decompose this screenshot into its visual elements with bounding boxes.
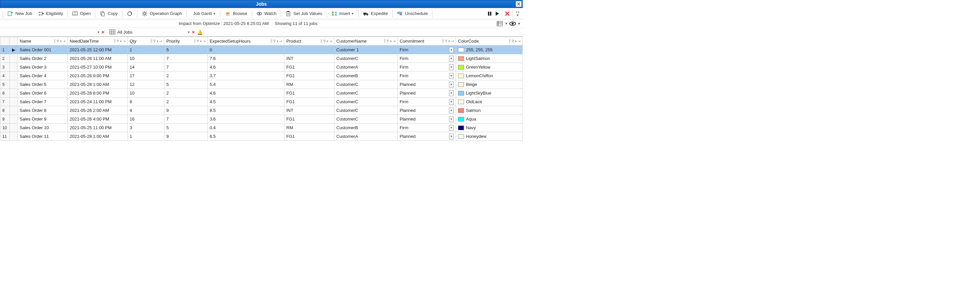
cell-expectedsetuphours[interactable]: 6.5	[208, 132, 284, 141]
cell-expectedsetuphours[interactable]: 5.4	[208, 80, 284, 89]
cell-qty[interactable]: 1	[128, 46, 164, 54]
cell-customername[interactable]: CustomerA	[334, 63, 398, 71]
cell-qty[interactable]: 10	[128, 89, 164, 98]
cell-customername[interactable]: Customer 1	[334, 46, 398, 54]
table-row[interactable]: 3Sales Order 32021-05-27 10:00 PM1474.6F…	[0, 63, 523, 71]
cell-commitment[interactable]: Planned▾	[398, 132, 456, 141]
cell-product[interactable]: INT	[284, 106, 334, 115]
cell-expectedsetuphours[interactable]: 3.6	[208, 115, 284, 123]
cell-needdatetime[interactable]: 2021-05-25 12:00 PM	[68, 46, 128, 54]
cell-customername[interactable]: CustomerC	[334, 54, 398, 63]
cell-product[interactable]: FG1	[284, 132, 334, 141]
cell-colorcode[interactable]: LemonChiffon	[456, 71, 523, 80]
cell-priority[interactable]: 9	[164, 132, 208, 141]
pause-button[interactable]	[486, 10, 493, 17]
clear-filter-icon[interactable]: ✕	[192, 30, 195, 35]
cell-qty[interactable]: 14	[128, 63, 164, 71]
cell-product[interactable]: FG1	[284, 63, 334, 71]
row-marker[interactable]	[10, 115, 18, 123]
insert-button[interactable]: Insert ▼	[329, 9, 357, 17]
cell-expectedsetuphours[interactable]: 4.5	[208, 98, 284, 106]
cell-commitment[interactable]: Firm▾	[398, 54, 456, 63]
cell-colorcode[interactable]: Honeydew	[456, 132, 523, 141]
browse-button[interactable]: Browse	[222, 9, 250, 17]
eligibility-button[interactable]: Eligibility	[36, 9, 66, 17]
row-marker[interactable]	[10, 63, 18, 71]
cell-name[interactable]: Sales Order 6	[18, 89, 68, 98]
filter-slot-1[interactable]: ▼ ✕	[20, 30, 107, 35]
cell-commitment[interactable]: Planned▾	[398, 80, 456, 89]
col-header-priority[interactable]: PriorityΣ ∇ ▾ ⇥	[164, 37, 208, 46]
cell-product[interactable]: FG1	[284, 89, 334, 98]
col-header-expectedsetuphours[interactable]: ExpectedSetupHoursΣ ∇ ▾ ⇥	[208, 37, 284, 46]
cell-commitment[interactable]: Firm▾	[398, 98, 456, 106]
cell-customername[interactable]: CustomerC	[334, 115, 398, 123]
close-button[interactable]	[515, 1, 522, 7]
cell-expectedsetuphours[interactable]: 4.6	[208, 63, 284, 71]
cell-qty[interactable]: 16	[128, 115, 164, 123]
cell-needdatetime[interactable]: 2021-05-26 8:00 PM	[68, 89, 128, 98]
cell-priority[interactable]: 2	[164, 89, 208, 98]
cell-qty[interactable]: 1	[128, 132, 164, 141]
cell-customername[interactable]: CustomerC	[334, 89, 398, 98]
cell-product[interactable]: FG1	[284, 71, 334, 80]
col-header-customername[interactable]: CustomerNameΣ ∇ ▾ ⇥	[334, 37, 398, 46]
dropdown-icon[interactable]: ▾	[449, 47, 453, 53]
cell-colorcode[interactable]: Aqua	[456, 115, 523, 123]
refresh-button[interactable]	[124, 9, 135, 17]
cell-name[interactable]: Sales Order 2	[18, 54, 68, 63]
cell-colorcode[interactable]: Beige	[456, 80, 523, 89]
dropdown-icon[interactable]: ▾	[449, 108, 453, 114]
cell-customername[interactable]: CustomerC	[334, 106, 398, 115]
expedite-button[interactable]: Expedite	[360, 9, 391, 17]
cell-product[interactable]: FG1	[284, 115, 334, 123]
row-marker[interactable]	[10, 54, 18, 63]
cell-needdatetime[interactable]: 2021-05-26 4:00 PM	[68, 115, 128, 123]
cell-product[interactable]: RM	[284, 123, 334, 132]
table-row[interactable]: 11Sales Order 112021-05-28 1:00 AM196.5F…	[0, 132, 523, 141]
cell-expectedsetuphours[interactable]: 7.6	[208, 54, 284, 63]
table-row[interactable]: 1▶Sales Order 0012021-05-25 12:00 PM150C…	[0, 46, 523, 54]
cell-customername[interactable]: CustomerB	[334, 123, 398, 132]
watch-button[interactable]: Watch	[254, 9, 279, 17]
filter-slot-all-jobs[interactable]: All Jobs ▼ ✕ 🔔	[109, 29, 203, 35]
table-row[interactable]: 7Sales Order 72021-05-24 11:00 PM824.5FG…	[0, 98, 523, 106]
copy-button[interactable]: Copy	[97, 9, 120, 17]
cell-needdatetime[interactable]: 2021-05-28 1:00 AM	[68, 80, 128, 89]
cell-qty[interactable]: 17	[128, 71, 164, 80]
cell-name[interactable]: Sales Order 001	[18, 46, 68, 54]
cell-commitment[interactable]: Firm▾	[398, 46, 456, 54]
cell-needdatetime[interactable]: 2021-05-25 11:00 PM	[68, 123, 128, 132]
table-row[interactable]: 10Sales Order 102021-05-25 11:00 PM350.4…	[0, 123, 523, 132]
cell-expectedsetuphours[interactable]: 8.5	[208, 106, 284, 115]
cell-commitment[interactable]: Planned▾	[398, 115, 456, 123]
row-marker[interactable]	[10, 132, 18, 141]
chevron-down-icon[interactable]: ▼	[505, 22, 508, 25]
chevron-down-icon[interactable]: ▼	[518, 22, 521, 25]
cell-priority[interactable]: 2	[164, 98, 208, 106]
cell-needdatetime[interactable]: 2021-05-26 2:00 AM	[68, 106, 128, 115]
cell-name[interactable]: Sales Order 9	[18, 115, 68, 123]
cell-priority[interactable]: 7	[164, 54, 208, 63]
more-menu-button[interactable]	[514, 10, 521, 17]
cell-commitment[interactable]: Firm▾	[398, 123, 456, 132]
open-button[interactable]: Open	[69, 9, 93, 17]
cell-colorcode[interactable]: Salmon	[456, 106, 523, 115]
col-header-name[interactable]: NameΣ ∇ ▾ ⇥	[18, 37, 68, 46]
cell-priority[interactable]: 7	[164, 115, 208, 123]
cell-needdatetime[interactable]: 2021-05-26 9:00 PM	[68, 71, 128, 80]
cell-colorcode[interactable]: LightSalmon	[456, 54, 523, 63]
cell-priority[interactable]: 7	[164, 63, 208, 71]
row-marker[interactable]	[10, 123, 18, 132]
delete-button[interactable]	[504, 10, 511, 17]
cell-colorcode[interactable]: GreenYellow	[456, 63, 523, 71]
cell-expectedsetuphours[interactable]: 4.6	[208, 89, 284, 98]
col-header-needdatetime[interactable]: NeedDateTimeΣ ∇ ▾ ⇥	[68, 37, 128, 46]
cell-colorcode[interactable]: LightSkyBlue	[456, 89, 523, 98]
table-row[interactable]: 2Sales Order 22021-05-26 11:00 AM1077.6I…	[0, 54, 523, 63]
cell-priority[interactable]: 5	[164, 46, 208, 54]
cell-product[interactable]: RM	[284, 80, 334, 89]
col-header-product[interactable]: ProductΣ ∇ ▾ ⇥	[284, 37, 334, 46]
set-job-values-button[interactable]: Set Job Values	[283, 9, 325, 17]
cell-name[interactable]: Sales Order 11	[18, 132, 68, 141]
